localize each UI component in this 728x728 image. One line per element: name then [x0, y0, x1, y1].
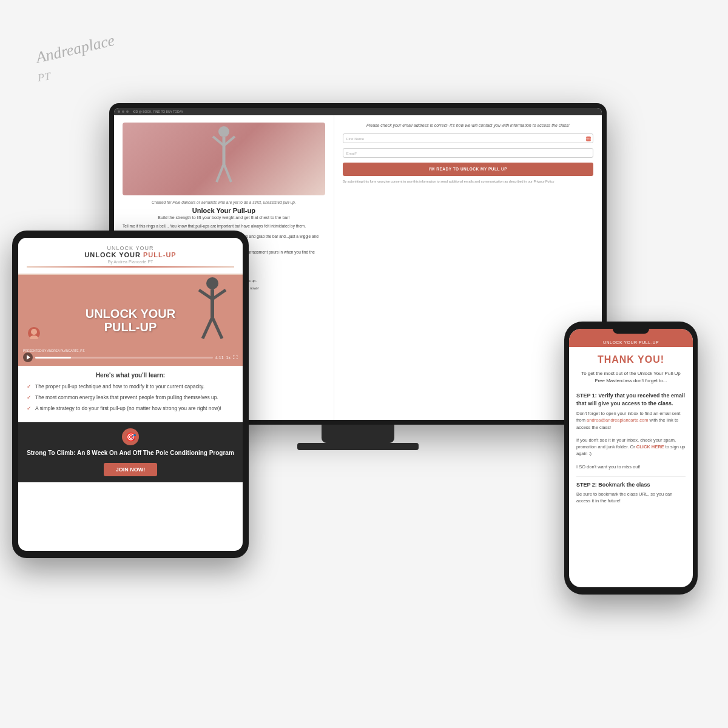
- svg-line-4: [217, 164, 224, 182]
- svg-line-3: [224, 136, 235, 146]
- phone-step1-title: STEP 1: Verify that you received the ema…: [576, 392, 686, 407]
- svg-line-8: [199, 290, 212, 299]
- phone-thank-you-heading: THANK YOU!: [576, 354, 686, 365]
- presenter-avatar-svg: [28, 327, 40, 339]
- tablet-author: By Andrea Plancarte PT: [27, 260, 234, 264]
- phone-step1-text: Don't forget to open your inbox to find …: [576, 410, 686, 431]
- tablet-screen: UNLOCK YOUR UNLOCK YOUR PULL-UP By Andre…: [18, 238, 243, 551]
- phone-step1-cta: I SO don't want you to miss out!: [576, 463, 686, 470]
- tablet-promo-section: 🎯 Strong To Climb: An 8 Week On And Off …: [18, 422, 243, 482]
- tablet-promo-button[interactable]: JOIN NOW!: [104, 463, 158, 476]
- svg-line-11: [212, 317, 222, 339]
- tablet-title-prefix: UNLOCK YOUR: [84, 251, 143, 258]
- tablet-divider: [27, 266, 234, 268]
- tablet-play-button[interactable]: [23, 352, 33, 362]
- desktop-main-title: Unlock Your Pull-up: [123, 207, 325, 214]
- phone-header-text: UNLOCK YOUR PULL-UP: [603, 340, 659, 345]
- tablet-learn-item-1: The proper pull-up technique and how to …: [27, 383, 234, 391]
- desktop-form-note: By submitting this form you give consent…: [343, 180, 593, 184]
- tablet-title-main: UNLOCK YOUR PULL-UP: [27, 251, 234, 258]
- svg-point-13: [30, 335, 38, 339]
- phone-notch: [613, 329, 649, 334]
- tablet-video-controls[interactable]: 4:11 1x ⛶: [18, 352, 243, 362]
- phone-click-here-link[interactable]: CLICK HERE: [636, 444, 664, 450]
- tablet-time-display: 4:11: [215, 356, 224, 360]
- phone-frame: UNLOCK YOUR PULL-UP THANK YOU! To get th…: [564, 322, 698, 595]
- desktop-hero-image: [123, 123, 325, 195]
- person-svg: [207, 124, 240, 194]
- svg-point-0: [218, 126, 229, 137]
- phone-step1-email[interactable]: andrea@andreaplancarte.com: [587, 417, 648, 423]
- tablet-learn-section: Here's what you'll learn: The proper pul…: [18, 366, 243, 422]
- tablet-promo-title: Strong To Climb: An 8 Week On And Off Th…: [27, 449, 234, 457]
- monitor-nav-bar: KID @ BOOK, FIND TO BUY TODAY: [114, 108, 602, 115]
- svg-line-2: [213, 136, 224, 146]
- monitor-stand: [322, 425, 394, 443]
- presenter-avatar: [28, 327, 40, 339]
- svg-line-10: [203, 317, 212, 339]
- phone-step1-note: If you don't see it in your inbox, check…: [576, 437, 686, 457]
- svg-point-6: [206, 277, 218, 289]
- svg-line-9: [212, 290, 226, 299]
- desktop-cta-button[interactable]: I'M READY TO UNLOCK MY PULL UP: [343, 163, 593, 176]
- tablet-learn-item-2: The most common energy leaks that preven…: [27, 394, 234, 402]
- play-triangle-icon: [27, 355, 30, 360]
- desktop-firstname-label: First Name: [346, 137, 364, 141]
- tablet-fullscreen-icon[interactable]: ⛶: [233, 355, 238, 360]
- tablet-quality: 1x: [226, 356, 231, 360]
- monitor-base: [297, 443, 419, 450]
- tablet-title-accent: PULL-UP: [143, 251, 177, 258]
- desktop-right-column: Please check your email address is corre…: [334, 115, 602, 420]
- desktop-italic-intro: Created for Pole dancers or aerialists w…: [123, 200, 325, 204]
- phone-divider: [576, 476, 686, 477]
- tablet-video-title-text: UNLOCK YOUR PULL-UP: [86, 307, 176, 334]
- tablet-header: UNLOCK YOUR UNLOCK YOUR PULL-UP By Andre…: [18, 238, 243, 275]
- svg-line-5: [224, 164, 231, 182]
- desktop-firstname-badge: Req: [586, 136, 591, 141]
- tablet-promo-icon: 🎯: [122, 428, 139, 445]
- desktop-body1: Tell me if this rings a bell... You know…: [123, 223, 325, 229]
- tablet-video-area[interactable]: UNLOCK YOUR PULL-UP PRESENTED BY ANDREA …: [18, 275, 243, 366]
- tablet-progress-fill: [35, 357, 71, 359]
- tablet-learn-heading: Here's what you'll learn:: [27, 372, 234, 379]
- tablet-progress-bar[interactable]: [35, 357, 213, 359]
- svg-point-12: [31, 329, 37, 335]
- tablet-device: UNLOCK YOUR UNLOCK YOUR PULL-UP By Andre…: [12, 231, 249, 558]
- phone-step2-text: Be sure to bookmark the class URL, so yo…: [576, 491, 686, 505]
- desktop-email-input[interactable]: Email*: [343, 148, 593, 158]
- phone-device: UNLOCK YOUR PULL-UP THANK YOU! To get th…: [564, 322, 698, 595]
- desktop-form-title: Please check your email address is corre…: [343, 123, 593, 129]
- tablet-video-title-line1: UNLOCK YOUR: [86, 307, 176, 320]
- tablet-video-person: [194, 275, 231, 354]
- tablet-frame: UNLOCK YOUR UNLOCK YOUR PULL-UP By Andre…: [12, 231, 249, 558]
- phone-screen: UNLOCK YOUR PULL-UP THANK YOU! To get th…: [569, 329, 693, 587]
- phone-intro-text: To get the most out of the Unlock Your P…: [576, 370, 686, 385]
- background-script-decoration: Andreaplace PT: [35, 33, 118, 87]
- desktop-firstname-input[interactable]: First Name Req: [343, 133, 593, 143]
- nav-bar-text: KID @ BOOK, FIND TO BUY TODAY: [133, 110, 183, 113]
- desktop-email-label: Email*: [346, 152, 357, 155]
- desktop-subtitle: Build the strength to lift your body wei…: [123, 215, 325, 220]
- tablet-title-small: UNLOCK YOUR: [27, 245, 234, 251]
- tablet-learn-item-3: A simple strategy to do your first pull-…: [27, 405, 234, 413]
- phone-body: THANK YOU! To get the most out of the Un…: [569, 347, 693, 511]
- phone-step2-title: STEP 2: Bookmark the class: [576, 482, 686, 488]
- tablet-video-title-line2: PULL-UP: [86, 320, 176, 334]
